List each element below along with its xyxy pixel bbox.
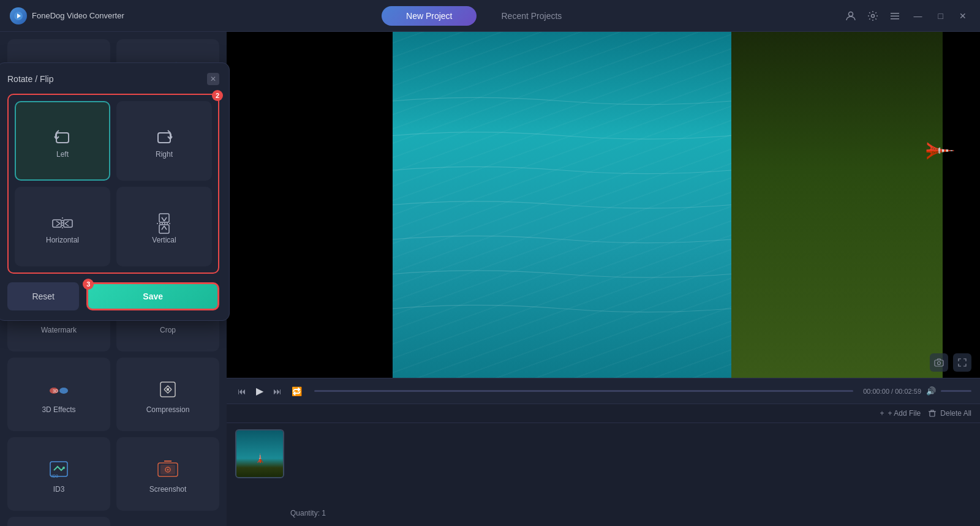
logo-icon	[10, 7, 27, 24]
time-display: 00:00:00 / 00:02:59	[863, 388, 921, 395]
main-area: F Convert Format Background Music Adjust…	[0, 32, 980, 526]
sidebar-item-compression[interactable]: Compression	[116, 358, 219, 431]
content-area: 🗼	[227, 32, 980, 526]
crop-label: Crop	[160, 326, 176, 334]
add-file-button[interactable]: + + Add File	[880, 409, 921, 418]
reset-button[interactable]: Reset	[7, 282, 79, 310]
screenshot-icon	[156, 457, 180, 481]
file-thumbnail[interactable]: 🗼	[235, 429, 284, 478]
svg-point-29	[62, 467, 65, 469]
app-name: FoneDog Video Converter	[32, 11, 124, 20]
lighthouse-icon: 🗼	[925, 135, 954, 165]
flip-vertical-icon	[152, 211, 176, 236]
tab-new-project[interactable]: New Project	[382, 6, 477, 26]
skip-forward-button[interactable]: ⏭	[271, 384, 284, 399]
add-file-icon: +	[880, 409, 884, 418]
camera-icon[interactable]	[930, 353, 948, 372]
skip-back-button[interactable]: ⏮	[235, 384, 249, 399]
sidebar-item-id3[interactable]: ID3 ID3	[7, 437, 110, 511]
rotate-right-label: Right	[156, 150, 173, 159]
save-badge: 3	[83, 279, 94, 290]
flip-vertical-option[interactable]: Vertical	[116, 187, 212, 266]
sidebar-item-screenshot[interactable]: Screenshot	[116, 437, 219, 511]
file-toolbar: + + Add File Delete All	[227, 404, 980, 423]
play-button[interactable]: ▶	[254, 383, 266, 399]
svg-text:ID3: ID3	[51, 474, 58, 478]
settings-icon[interactable]	[866, 9, 880, 23]
rotate-options-grid: 2 Left	[7, 94, 219, 274]
progress-bar[interactable]	[314, 390, 853, 392]
flip-horizontal-option[interactable]: Horizontal	[15, 187, 110, 266]
id3-icon: ID3	[47, 457, 71, 481]
loop-button[interactable]: 🔁	[289, 384, 304, 399]
popup-header: Rotate / Flip ✕	[7, 73, 219, 85]
video-black-left	[227, 32, 393, 378]
menu-icon[interactable]	[888, 9, 902, 23]
svg-point-24	[59, 388, 68, 394]
svg-rect-27	[167, 388, 169, 391]
video-preview: 🗼	[227, 32, 980, 378]
video-ocean	[393, 32, 732, 378]
trash-icon	[928, 409, 937, 418]
titlebar-actions: — □ ✕	[844, 9, 970, 23]
flip-horizontal-icon	[50, 211, 75, 236]
svg-rect-6	[891, 18, 899, 20]
video-black-right	[943, 32, 981, 378]
titlebar: FoneDog Video Converter New Project Rece…	[0, 0, 980, 32]
thumb-ocean: 🗼	[236, 430, 283, 477]
save-button[interactable]: 3 Save	[86, 282, 219, 310]
popup-title: Rotate / Flip	[7, 74, 53, 84]
close-button[interactable]: ✕	[956, 10, 970, 22]
svg-point-34	[167, 469, 169, 471]
app-logo: FoneDog Video Converter	[10, 7, 124, 24]
sidebar: F Convert Format Background Music Adjust…	[0, 32, 227, 526]
main-tabs: New Project Recent Projects	[124, 6, 844, 26]
svg-text:3D: 3D	[53, 389, 58, 393]
video-land: 🗼	[731, 32, 942, 378]
file-area: + + Add File Delete All 🗼	[227, 404, 980, 526]
file-list: 🗼 Quantity: 1	[227, 423, 980, 526]
svg-rect-46	[935, 360, 943, 366]
watermark-label: Watermark	[41, 326, 77, 334]
id3-label: ID3	[53, 485, 65, 494]
svg-rect-4	[891, 13, 899, 14]
rotate-left-option[interactable]: Left	[15, 101, 110, 181]
3d-effects-label: 3D Effects	[42, 405, 75, 414]
sidebar-item-more[interactable]: + More	[7, 517, 110, 526]
delete-all-button[interactable]: Delete All	[928, 409, 971, 418]
rotate-left-label: Left	[56, 150, 69, 159]
rotate-left-icon	[50, 126, 75, 150]
popup-badge: 2	[212, 90, 223, 101]
3d-effects-icon: 3D	[47, 377, 71, 402]
svg-point-47	[938, 362, 941, 365]
player-controls: ⏮ ▶ ⏭ 🔁 00:00:00 / 00:02:59 🔊	[227, 378, 980, 404]
rotate-right-option[interactable]: Right	[116, 101, 212, 181]
volume-bar[interactable]	[941, 390, 971, 392]
maximize-button[interactable]: □	[935, 10, 947, 22]
popup-close-button[interactable]: ✕	[207, 73, 219, 85]
flip-horizontal-label: Horizontal	[46, 236, 79, 244]
svg-rect-48	[930, 411, 935, 416]
compression-label: Compression	[146, 405, 190, 414]
volume-icon[interactable]: 🔊	[926, 386, 936, 396]
svg-point-2	[848, 12, 853, 16]
screenshot-label: Screenshot	[149, 485, 187, 494]
user-icon[interactable]	[844, 9, 858, 23]
preview-icons	[930, 353, 971, 372]
flip-vertical-label: Vertical	[152, 236, 176, 244]
fullscreen-icon[interactable]	[953, 353, 971, 372]
tab-recent-projects[interactable]: Recent Projects	[477, 6, 586, 26]
video-bg: 🗼	[227, 32, 980, 378]
rotate-right-icon	[152, 126, 176, 150]
svg-rect-5	[891, 15, 899, 17]
minimize-button[interactable]: —	[910, 10, 926, 22]
ocean-ripples	[393, 32, 732, 378]
svg-point-3	[871, 14, 874, 17]
compression-icon	[156, 377, 180, 402]
popup-footer: Reset 3 Save	[7, 282, 219, 310]
sidebar-item-3d-effects[interactable]: 3D 3D Effects	[7, 358, 110, 431]
thumb-lighthouse: 🗼	[255, 453, 265, 463]
quantity-label: Quantity: 1	[290, 509, 326, 517]
rotate-flip-popup: Rotate / Flip ✕ 2 Left	[0, 62, 230, 321]
